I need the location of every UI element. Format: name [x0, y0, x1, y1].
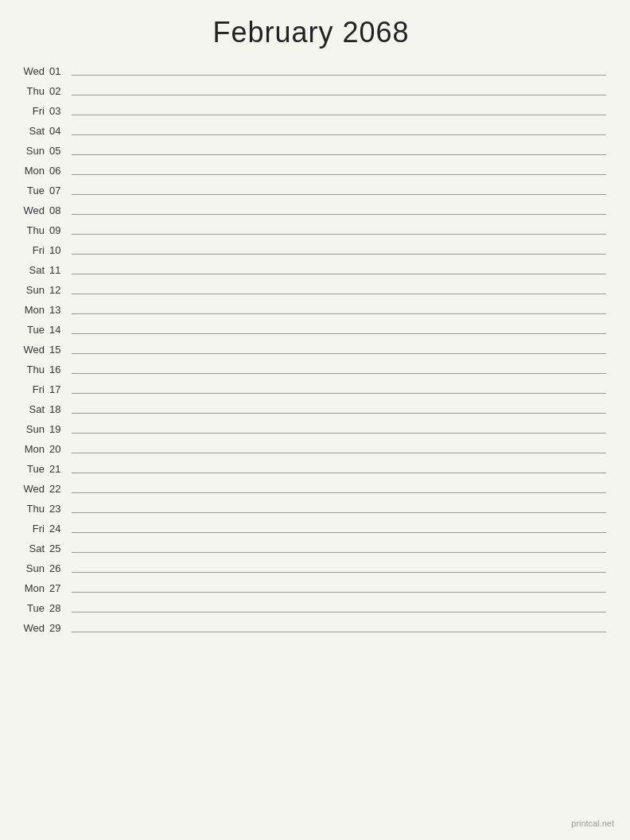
day-number: 25: [49, 542, 72, 556]
day-line-container: [72, 154, 606, 158]
day-row: Sun19: [16, 423, 606, 438]
day-row: Tue21: [16, 463, 606, 478]
day-row: Tue14: [16, 324, 606, 339]
day-row: Fri10: [16, 244, 606, 259]
day-name: Mon: [16, 443, 49, 457]
day-number: 29: [49, 622, 72, 636]
day-line-container: [72, 353, 606, 357]
day-line-container: [72, 512, 606, 516]
day-row-wrapper: Wed22: [16, 483, 606, 498]
day-row-wrapper: Fri03: [16, 105, 606, 120]
day-line: [72, 294, 606, 294]
day-number: 17: [49, 383, 72, 397]
day-row-wrapper: Sun19: [16, 423, 606, 438]
day-number: 28: [49, 602, 72, 616]
day-line-container: [72, 453, 606, 457]
day-name: Sat: [16, 403, 49, 417]
day-line-container: [72, 294, 606, 298]
day-number: 08: [49, 204, 72, 218]
day-line: [72, 492, 606, 493]
day-line: [72, 532, 606, 533]
day-row: Wed01: [16, 65, 606, 80]
day-name: Sun: [16, 562, 49, 576]
day-name: Wed: [16, 65, 49, 79]
day-number: 20: [49, 443, 72, 457]
day-row-wrapper: Sun05: [16, 145, 606, 160]
day-row-wrapper: Sat18: [16, 403, 606, 418]
day-row: Mon06: [16, 165, 606, 180]
day-name: Wed: [16, 204, 49, 218]
day-number: 22: [49, 483, 72, 496]
day-name: Fri: [16, 244, 49, 258]
day-number: 07: [49, 185, 72, 198]
day-row: Wed15: [16, 344, 606, 359]
day-row-wrapper: Thu09: [16, 224, 606, 239]
day-line: [72, 134, 606, 135]
day-line: [72, 512, 606, 513]
day-line-container: [72, 433, 606, 437]
day-row-wrapper: Wed29: [16, 622, 606, 637]
day-name: Mon: [16, 582, 49, 596]
day-row-wrapper: Wed01: [16, 65, 606, 80]
day-line-container: [72, 532, 606, 536]
day-line: [72, 95, 606, 95]
calendar-rows: Wed01Thu02Fri03Sat04Sun05Mon06Tue07Wed08…: [16, 65, 606, 637]
day-line: [72, 254, 606, 255]
day-row: Mon13: [16, 304, 606, 319]
day-row: Mon27: [16, 582, 606, 597]
day-name: Wed: [16, 483, 49, 496]
day-row-wrapper: Thu02: [16, 85, 606, 100]
day-line-container: [72, 95, 606, 99]
day-line: [72, 234, 606, 235]
day-name: Sun: [16, 423, 49, 437]
day-line: [72, 453, 606, 453]
day-number: 13: [49, 304, 72, 317]
day-line: [72, 373, 606, 374]
day-row-wrapper: Sat04: [16, 125, 606, 140]
day-line-container: [72, 572, 606, 576]
day-name: Sun: [16, 284, 49, 298]
day-row: Sat18: [16, 403, 606, 418]
day-line-container: [72, 75, 606, 79]
day-name: Sun: [16, 145, 49, 158]
day-number: 12: [49, 284, 72, 298]
day-name: Mon: [16, 165, 49, 178]
day-name: Sat: [16, 542, 49, 556]
day-row: Wed22: [16, 483, 606, 498]
day-row: Sun12: [16, 284, 606, 299]
day-row-wrapper: Thu16: [16, 364, 606, 379]
day-number: 24: [49, 523, 72, 536]
day-line: [72, 552, 606, 553]
day-number: 27: [49, 582, 72, 596]
day-row: Fri24: [16, 523, 606, 538]
day-number: 11: [49, 264, 72, 278]
day-number: 18: [49, 403, 72, 417]
day-line-container: [72, 552, 606, 556]
day-row-wrapper: Mon06: [16, 165, 606, 180]
day-name: Thu: [16, 503, 49, 516]
day-line: [72, 472, 606, 473]
day-row-wrapper: Mon20: [16, 443, 606, 458]
day-name: Thu: [16, 364, 49, 377]
day-name: Mon: [16, 304, 49, 317]
day-name: Tue: [16, 463, 49, 476]
page: February 2068 Wed01Thu02Fri03Sat04Sun05M…: [0, 0, 630, 840]
day-number: 09: [49, 224, 72, 238]
day-line: [72, 214, 606, 215]
day-line-container: [72, 254, 606, 258]
day-row: Thu16: [16, 364, 606, 379]
day-row-wrapper: Sat25: [16, 542, 606, 558]
day-name: Sat: [16, 264, 49, 278]
day-name: Thu: [16, 85, 49, 99]
day-row: Sun05: [16, 145, 606, 160]
day-line: [72, 612, 606, 612]
page-title: February 2068: [16, 16, 606, 49]
day-line-container: [72, 134, 606, 138]
day-number: 10: [49, 244, 72, 258]
day-name: Tue: [16, 324, 49, 337]
day-line: [72, 194, 606, 195]
day-row: Thu02: [16, 85, 606, 100]
day-row-wrapper: Tue28: [16, 602, 606, 617]
day-number: 06: [49, 165, 72, 178]
day-row-wrapper: Fri17: [16, 383, 606, 399]
